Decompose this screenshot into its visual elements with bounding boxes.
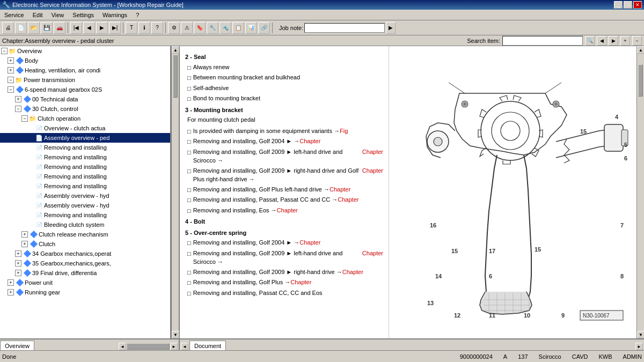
- tree-item-39[interactable]: + 39 Final drive, differentia: [0, 268, 170, 278]
- expand-39[interactable]: +: [15, 270, 21, 276]
- menu-warnings[interactable]: Warnings: [100, 11, 129, 19]
- tech-button[interactable]: 📊: [245, 22, 257, 34]
- tab-overview[interactable]: Overview: [0, 341, 34, 350]
- maximize-button[interactable]: □: [624, 1, 632, 9]
- tree-item-doc1[interactable]: 📄 Overview - clutch actua: [0, 123, 170, 133]
- tree-item-doc10[interactable]: 📄 Removing and installing: [0, 210, 170, 220]
- fig-link-1[interactable]: Fig: [340, 127, 348, 136]
- chapter-link-2[interactable]: Chapter: [362, 147, 383, 157]
- text-button[interactable]: T: [126, 22, 137, 34]
- tree-item-gearbox[interactable]: − 6-speed manual gearbox 02S: [0, 85, 170, 94]
- menu-view[interactable]: View: [49, 11, 67, 19]
- search-prev-button[interactable]: ◀: [597, 36, 606, 46]
- search-button[interactable]: 🔍: [585, 36, 595, 46]
- settings-button[interactable]: ⚙: [168, 22, 180, 34]
- doc-scroll-down[interactable]: ▼: [637, 331, 644, 338]
- parts-button[interactable]: 🔩: [219, 22, 231, 34]
- menu-settings[interactable]: Settings: [70, 11, 96, 19]
- expand-gearbox[interactable]: −: [8, 86, 14, 93]
- tree-item-doc5[interactable]: 📄 Removing and installing: [0, 162, 170, 172]
- tree-item-34[interactable]: + 34 Gearbox mechanics,operat: [0, 249, 170, 258]
- expand-techdata[interactable]: +: [15, 96, 21, 102]
- chapter-link-5[interactable]: Chapter: [338, 195, 358, 204]
- doc-scroll-up[interactable]: ▲: [637, 46, 644, 54]
- menu-edit[interactable]: Edit: [31, 11, 45, 19]
- tree-item-heating[interactable]: + Heating, ventilation, air condi: [0, 65, 170, 75]
- tree-item-doc6[interactable]: 📄 Removing and installing: [0, 172, 170, 181]
- h-scroll-thumb[interactable]: [127, 343, 170, 350]
- chapter-link-10[interactable]: Chapter: [290, 278, 311, 287]
- tree-item-doc11[interactable]: 📄 Bleeding clutch system: [0, 220, 170, 230]
- help-button[interactable]: ?: [151, 22, 163, 34]
- search-input[interactable]: [502, 36, 583, 46]
- chapter-link-3[interactable]: Chapter: [362, 166, 383, 175]
- tree-item-overview[interactable]: − 📁 Overview: [0, 46, 170, 56]
- chapter-link-4[interactable]: Chapter: [330, 185, 350, 194]
- tree-item-doc3[interactable]: 📄 Removing and installing: [0, 143, 170, 152]
- tree-item-doc8[interactable]: 📄 Assembly overview - hyd: [0, 191, 170, 201]
- tree-item-powerunit[interactable]: + Power unit: [0, 278, 170, 287]
- tree-item-35[interactable]: + 35 Gearbox,mechanics,gears,: [0, 258, 170, 268]
- expand-35[interactable]: +: [15, 260, 21, 267]
- expand-clutchop[interactable]: −: [21, 115, 28, 122]
- expand-heating[interactable]: +: [8, 67, 14, 73]
- labor-button[interactable]: 📋: [232, 22, 244, 34]
- job-note-input[interactable]: [304, 23, 385, 33]
- new-button[interactable]: 📄: [15, 22, 27, 34]
- tools-button[interactable]: 🔧: [207, 22, 218, 34]
- open-button[interactable]: 📂: [28, 22, 40, 34]
- print-button[interactable]: 🖨: [2, 22, 14, 34]
- car-button[interactable]: 🚗: [54, 22, 65, 34]
- chapter-link-1[interactable]: Chapter: [299, 137, 320, 146]
- tree-item-powertrans[interactable]: − 📁 Power transmission: [0, 75, 170, 85]
- info-button[interactable]: ℹ: [138, 22, 150, 34]
- doc-h-scroll-right[interactable]: ►: [635, 343, 643, 350]
- h-scroll-left[interactable]: ◄: [119, 343, 126, 350]
- doc-h-scroll-left[interactable]: ◄: [181, 343, 188, 350]
- chapter-link-8[interactable]: Chapter: [362, 249, 383, 258]
- tree-item-doc9[interactable]: 📄 Assembly overview - hyd: [0, 201, 170, 210]
- expand-release[interactable]: +: [21, 231, 28, 238]
- chapter-link-9[interactable]: Chapter: [342, 268, 363, 277]
- job-note-submit[interactable]: ▶: [386, 22, 396, 34]
- next-button[interactable]: ▶: [96, 22, 108, 34]
- tree-item-release[interactable]: + Clutch release mechanism: [0, 230, 170, 239]
- tree-item-body[interactable]: + Body: [0, 56, 170, 65]
- scroll-thumb[interactable]: [173, 55, 178, 98]
- tree-item-doc4[interactable]: 📄 Removing and installing: [0, 152, 170, 162]
- scroll-up-arrow[interactable]: ▲: [172, 46, 179, 54]
- warning-button[interactable]: ⚠: [181, 22, 193, 34]
- zoom-in-button[interactable]: +: [620, 36, 630, 46]
- tree-item-techdata[interactable]: + 00 Technical data: [0, 94, 170, 104]
- tree-item-running[interactable]: + Running gear: [0, 287, 170, 297]
- zoom-out-button[interactable]: −: [632, 36, 642, 46]
- expand-clutch[interactable]: +: [21, 241, 28, 247]
- prev-button[interactable]: ◀: [83, 22, 95, 34]
- menu-service[interactable]: Service: [2, 11, 26, 19]
- tree-item-doc7[interactable]: 📄 Removing and installing: [0, 181, 170, 191]
- scroll-down-arrow[interactable]: ▼: [172, 331, 179, 338]
- tree-item-doc2[interactable]: 📄 Assembly overview - ped: [0, 133, 170, 143]
- doc-scroll-thumb[interactable]: [638, 64, 643, 97]
- tree-item-clutchctrl[interactable]: − 30 Clutch, control: [0, 104, 170, 114]
- expand-clutchctrl[interactable]: −: [15, 106, 21, 112]
- flag-button[interactable]: 🔖: [194, 22, 206, 34]
- expand-powertrans[interactable]: −: [8, 77, 14, 83]
- search-next-button[interactable]: ▶: [609, 36, 618, 46]
- expand-running[interactable]: +: [8, 289, 14, 295]
- tab-document[interactable]: Document: [189, 341, 226, 350]
- minimize-button[interactable]: _: [614, 1, 623, 9]
- chapter-link-6[interactable]: Chapter: [277, 206, 298, 215]
- chapter-link-7[interactable]: Chapter: [299, 238, 320, 247]
- expand-powerunit[interactable]: +: [8, 279, 14, 286]
- close-button[interactable]: ✕: [633, 1, 642, 9]
- window-controls[interactable]: _ □ ✕: [614, 1, 642, 9]
- sidebar-scrollbar[interactable]: ▲ ▼: [171, 46, 179, 338]
- misc-button[interactable]: 🔗: [258, 22, 270, 34]
- last-button[interactable]: ▶|: [109, 22, 121, 34]
- expand-body[interactable]: +: [8, 57, 14, 64]
- tree-item-clutchop[interactable]: − 📁 Clutch operation: [0, 114, 170, 123]
- tree-item-clutch[interactable]: + Clutch: [0, 239, 170, 249]
- expand-34[interactable]: +: [15, 250, 21, 257]
- first-button[interactable]: |◀: [70, 22, 82, 34]
